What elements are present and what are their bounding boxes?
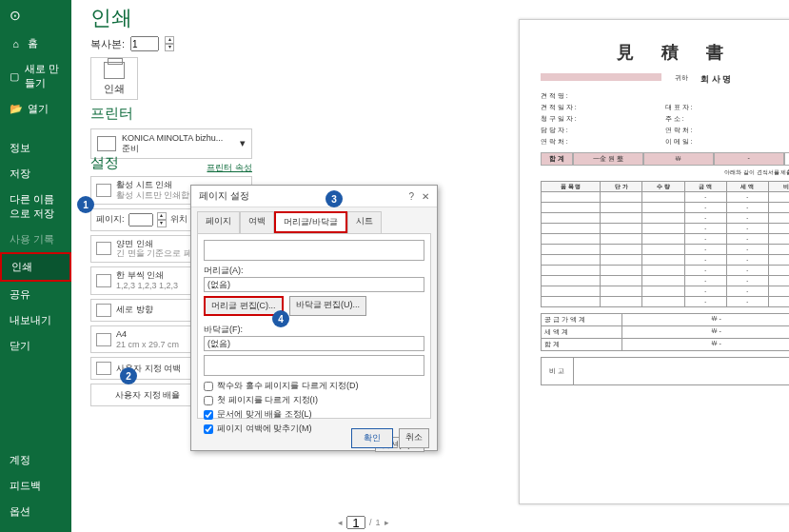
nav-label: 피드백 — [10, 479, 41, 493]
from-spinner[interactable]: ▴▾ — [157, 212, 167, 227]
footer-label: 바닥글(F): — [204, 324, 424, 336]
print-button-label: 인쇄 — [104, 82, 125, 96]
dialog-titlebar: 페이지 설정 ?✕ — [191, 186, 437, 207]
doc-title: 見 積 書 — [541, 41, 789, 64]
quote-table: 품 목 명단 가수 량금 액세 액비 고 -- -- -- -- -- -- -… — [541, 181, 789, 307]
page-current[interactable] — [346, 516, 365, 529]
check-odd-even[interactable]: 짝수와 홀수 페이지를 다르게 지정(D) — [204, 380, 424, 392]
printer-status: 준비 — [122, 144, 234, 154]
open-icon: 📂 — [10, 103, 22, 115]
nav-label: 옵션 — [10, 504, 30, 519]
marker-1: 1 — [77, 196, 94, 213]
nav-open[interactable]: 📂열기 — [0, 96, 71, 122]
nav-label: 닫기 — [10, 339, 30, 353]
sheets-icon — [96, 184, 111, 197]
quote-totals: 공 급 가 액 계￦ - 세 액 계￦ - 합 계￦ - — [541, 313, 789, 351]
check-first-page[interactable]: 첫 페이지를 다르게 지정(I) — [204, 394, 424, 406]
dialog-title-text: 페이지 설정 — [199, 189, 249, 203]
nav-save[interactable]: 저장 — [0, 161, 71, 187]
header-select[interactable]: (없음) — [204, 277, 424, 292]
copies-input[interactable] — [130, 36, 159, 51]
footer-preview — [204, 355, 424, 376]
nav-export[interactable]: 내보내기 — [0, 307, 71, 333]
pages-from-label: 페이지: — [96, 213, 125, 226]
spin-down-icon[interactable]: ▾ — [165, 44, 174, 51]
nav-account[interactable]: 계정 — [0, 447, 71, 473]
duplex-icon — [96, 242, 111, 255]
page-prev[interactable]: ◂ — [338, 518, 343, 527]
margins-icon — [96, 362, 111, 375]
footer-select[interactable]: (없음) — [204, 336, 424, 351]
nav-label: 정보 — [10, 141, 30, 155]
nav-label: 사용 기록 — [10, 232, 54, 246]
page-navigator: ◂ / 1 ▸ — [338, 516, 389, 529]
nav-share[interactable]: 공유 — [0, 282, 71, 307]
close-icon[interactable]: ✕ — [422, 191, 429, 202]
back-arrow[interactable]: ⊙ — [0, 0, 71, 30]
portrait-icon — [96, 304, 111, 317]
copies-spinner[interactable]: ▴▾ — [165, 36, 174, 51]
nav-label: 홈 — [28, 36, 38, 50]
printer-small-icon — [97, 136, 116, 151]
marker-4: 4 — [272, 310, 289, 327]
nav-label: 새로 만들기 — [25, 62, 62, 90]
printer-name: KONICA MINOLTA bizhu... — [122, 133, 234, 144]
printer-icon — [104, 62, 125, 79]
dialog-tabs: 페이지 여백 머리글/바닥글 시트 — [191, 207, 437, 233]
copies-label: 복사본: — [90, 37, 125, 51]
nav-feedback[interactable]: 피드백 — [0, 473, 71, 499]
spin-up-icon[interactable]: ▴ — [165, 36, 174, 44]
edit-header-button[interactable]: 머리글 편집(C)... — [204, 296, 284, 316]
new-icon: ▢ — [10, 70, 19, 83]
nav-label: 다른 이름으로 저장 — [10, 192, 62, 221]
pages-from-input[interactable] — [128, 213, 153, 227]
nav-label: 저장 — [10, 167, 30, 181]
paper-icon — [96, 333, 111, 346]
page-total: 1 — [376, 518, 381, 527]
tab-page[interactable]: 페이지 — [197, 211, 240, 233]
pages-to-label: 위치 — [170, 213, 187, 226]
page-title: 인쇄 — [90, 4, 132, 32]
home-icon: ⌂ — [10, 37, 22, 49]
tab-sheet[interactable]: 시트 — [347, 211, 382, 233]
copies-control: 복사본: ▴▾ — [90, 36, 174, 51]
dialog-body: 머리글(A): (없음) 머리글 편집(C)... 바닥글 편집(U)... 바… — [197, 233, 431, 419]
header-label: 머리글(A): — [204, 265, 424, 277]
edit-footer-button[interactable]: 바닥글 편집(U)... — [289, 296, 367, 316]
ok-button[interactable]: 확인 — [351, 428, 393, 448]
nav-history: 사용 기록 — [0, 227, 71, 252]
company-name: 회 사 명 — [700, 73, 789, 86]
nav-label: 공유 — [10, 287, 30, 302]
nav-label: 열기 — [28, 102, 49, 116]
check-scale-doc[interactable]: 문서에 맞게 배율 조정(L) — [204, 408, 424, 421]
marker-2: 2 — [120, 367, 137, 384]
marker-3: 3 — [325, 190, 343, 207]
nav-label: 내보내기 — [10, 313, 51, 327]
backstage-sidebar: ⊙ ⌂홈 ▢새로 만들기 📂열기 정보 저장 다른 이름으로 저장 사용 기록 … — [0, 0, 71, 532]
page-setup-dialog: 페이지 설정 ?✕ 페이지 여백 머리글/바닥글 시트 머리글(A): (없음)… — [190, 185, 438, 451]
settings-heading: 설정 — [90, 154, 252, 172]
nav-saveas[interactable]: 다른 이름으로 저장 — [0, 187, 71, 227]
nav-label: 인쇄 — [11, 260, 32, 274]
cancel-button[interactable]: 취소 — [399, 428, 429, 448]
nav-print[interactable]: 인쇄 — [0, 252, 71, 282]
nav-options[interactable]: 옵션 — [0, 499, 71, 524]
print-button[interactable]: 인쇄 — [90, 57, 138, 100]
header-preview — [204, 240, 424, 261]
chevron-down-icon: ▾ — [240, 137, 246, 149]
printer-info: KONICA MINOLTA bizhu... 준비 — [122, 133, 234, 154]
tab-margins[interactable]: 여백 — [240, 211, 274, 233]
print-preview: 見 積 書 귀하 회 사 명 견 적 명 : 견 적 일 자 :대 표 자 : … — [519, 19, 789, 504]
nav-new[interactable]: ▢새로 만들기 — [0, 56, 71, 96]
nav-close[interactable]: 닫기 — [0, 333, 71, 359]
nav-info[interactable]: 정보 — [0, 135, 71, 161]
nav-label: 계정 — [10, 453, 30, 467]
collate-icon — [96, 274, 111, 287]
page-next[interactable]: ▸ — [385, 518, 389, 527]
help-icon[interactable]: ? — [408, 191, 414, 202]
tab-header-footer[interactable]: 머리글/바닥글 — [274, 211, 347, 233]
nav-home[interactable]: ⌂홈 — [0, 30, 71, 56]
printer-heading: 프린터 — [90, 105, 252, 123]
